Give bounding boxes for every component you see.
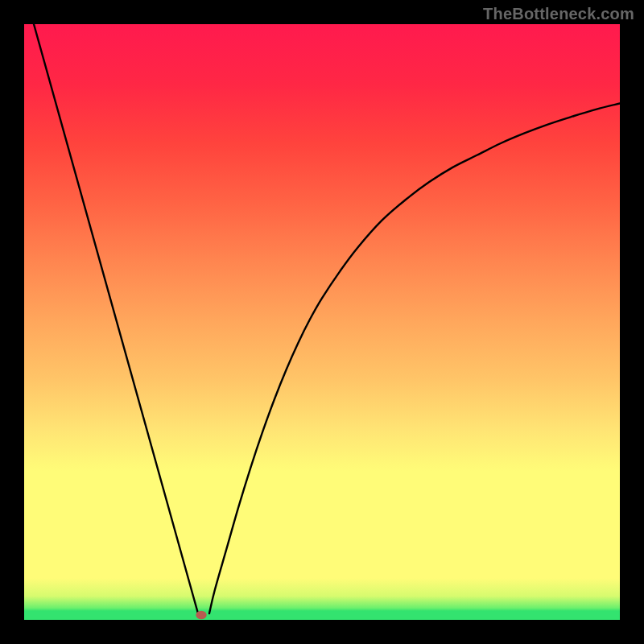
chart-frame: TheBottleneck.com bbox=[0, 0, 644, 644]
watermark-text: TheBottleneck.com bbox=[483, 5, 634, 23]
minimum-marker bbox=[196, 611, 206, 619]
curve-right-branch bbox=[209, 103, 620, 613]
curve-left-branch bbox=[34, 24, 198, 613]
plot-area bbox=[24, 24, 620, 620]
plot-svg bbox=[24, 24, 620, 620]
